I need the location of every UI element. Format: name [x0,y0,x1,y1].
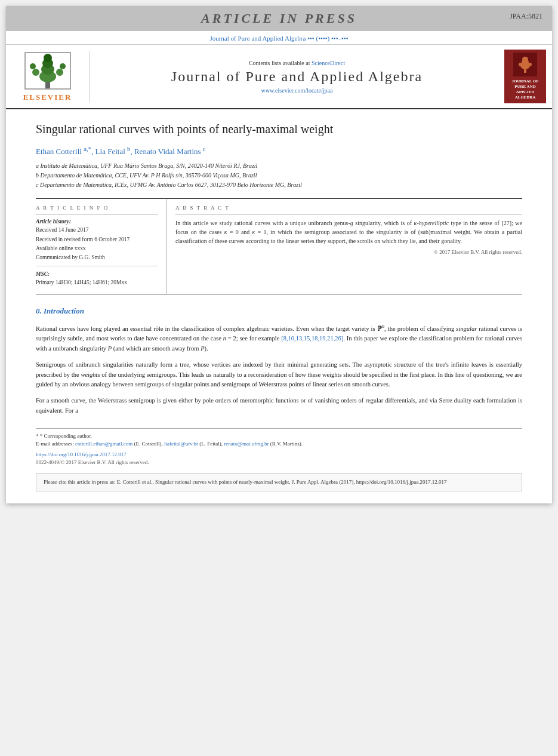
affiliations: a Instituto de Matemática, UFF Rua Mário… [36,161,522,190]
corresponding-author-note: * * Corresponding author. [36,432,522,441]
journal-name-large: Journal of Pure and Applied Algebra [95,69,498,85]
journal-url[interactable]: www.elsevier.com/locate/jpaa [95,87,498,94]
doi-line[interactable]: https://doi.org/10.1016/j.jpaa.2017.12.0… [36,451,522,459]
affiliation-c: c Departamento de Matemática, ICEx, UFMG… [36,180,522,190]
email-addresses: E-mail addresses: cotterill.ethan@gmail.… [36,440,522,448]
abstract-divider [175,214,522,215]
article-info-label: A R T I C L E I N F O [36,205,158,211]
journal-cover-thumbnail: JOURNAL OF PURE AND APPLIED ALGEBRA [504,50,546,103]
svg-point-15 [519,63,522,66]
svg-point-6 [56,69,63,76]
jpaa-number: JPAA:5821 [510,12,542,21]
email1-link[interactable]: cotterill.ethan@gmail.com [75,441,132,447]
info-divider-1 [36,214,158,215]
page: ARTICLE IN PRESS JPAA:5821 Journal of Pu… [6,6,552,503]
intro-paragraph-1: Rational curves have long played an esse… [36,322,522,354]
svg-point-8 [60,63,66,69]
svg-point-5 [32,69,39,76]
available-online: Available online xxxx [36,245,158,253]
journal-center: Contents lists available at ScienceDirec… [95,60,498,94]
svg-rect-14 [524,69,526,73]
journal-header-text: Journal of Pure and Applied Algebra ••• … [209,35,348,42]
article-in-press-banner: ARTICLE IN PRESS JPAA:5821 [6,6,552,31]
svg-point-13 [522,57,528,62]
received-date: Received 14 June 2017 [36,226,158,234]
abstract-label: A B S T R A C T [175,205,522,211]
sciencedirect-prefix: Contents lists available at [249,60,312,66]
email2-link[interactable]: liafeital@ufv.br [164,441,198,447]
affiliation-a: a Instituto de Matemática, UFF Rua Mário… [36,161,522,171]
info-divider-2 [36,266,158,266]
corresponding-star: * [36,433,40,439]
citation-box: Please cite this article in press as: E.… [36,473,522,492]
sciencedirect-line: Contents lists available at ScienceDirec… [95,60,498,66]
email3-name: (R.V. Martins). [270,441,303,447]
elsevier-wordmark: ELSEVIER [23,93,72,102]
intro-paragraph-3: For a smooth curve, the Weierstrass semi… [36,396,522,416]
affiliation-b: b Departamento de Matemática, CCE, UFV A… [36,171,522,180]
copyright-line: © 2017 Elsevier B.V. All rights reserved… [175,249,522,255]
section-0-heading: 0. Introduction [36,306,522,316]
authors-line: Ethan Cotterill a,*, Lia Feital b, Renat… [36,145,522,156]
communicated-by: Communicated by G.G. Smith [36,254,158,262]
footnote-area: * * Corresponding author. E-mail address… [36,428,522,467]
citation-text: Please cite this article in press as: E.… [44,479,446,485]
revised-date: Received in revised form 6 October 2017 [36,236,158,244]
email3-link[interactable]: renato@mat.ufmg.br [224,441,269,447]
article-info-column: A R T I C L E I N F O Article history: R… [36,199,167,293]
email2-name: (L. Feital), [199,441,223,447]
journal-masthead: ELSEVIER Contents lists available at Sci… [6,45,552,109]
svg-point-16 [528,63,532,66]
email1-name: (E. Cotterill), [134,441,163,447]
journal-cover-text: JOURNAL OF PURE AND APPLIED ALGEBRA [507,79,544,100]
intro-paragraph-2: Semigroups of unibranch singularities na… [36,360,522,390]
main-content: Singular rational curves with points of … [6,109,552,503]
msc-label: MSC: [36,271,158,277]
issn-line: 0022-4049/© 2017 Elsevier B.V. All right… [36,459,522,467]
elsevier-logo: ELSEVIER [12,51,90,102]
abstract-column: A B S T R A C T In this article we study… [167,199,522,293]
history-label: Article history: [36,219,158,225]
sciencedirect-link[interactable]: ScienceDirect [312,60,345,66]
svg-point-4 [44,54,52,62]
article-info-abstract: A R T I C L E I N F O Article history: R… [36,198,522,294]
authors-text: Ethan Cotterill a,*, Lia Feital b, Renat… [36,147,206,156]
msc-values: Primary 14H30; 14H45; 14H61; 20Mxx [36,279,158,287]
svg-point-7 [30,63,36,69]
doi-link[interactable]: https://doi.org/10.1016/j.jpaa.2017.12.0… [36,451,127,457]
journal-cover-logo-icon [513,53,537,76]
article-title: Singular rational curves with points of … [36,121,522,137]
corresponding-label: * Corresponding author. [40,433,92,439]
banner-text: ARTICLE IN PRESS [201,11,357,26]
journal-header-line: Journal of Pure and Applied Algebra ••• … [6,31,552,45]
elsevier-tree-icon [24,51,72,90]
emails-prefix: E-mail addresses: [36,441,75,447]
abstract-text: In this article we study rational curves… [175,219,522,245]
